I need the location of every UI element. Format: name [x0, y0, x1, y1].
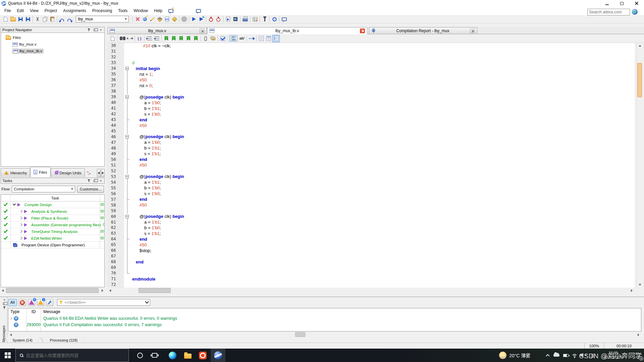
- web-search-input[interactable]: [588, 10, 630, 14]
- scroll-left-icon[interactable]: [8, 332, 14, 338]
- code-line[interactable]: 52: [107, 168, 635, 174]
- code-line[interactable]: 44 #50: [107, 123, 635, 128]
- tab-scroll-left[interactable]: [97, 169, 101, 177]
- code-line[interactable]: 47 a = 1'b0;: [107, 139, 635, 145]
- close-button[interactable]: [629, 0, 644, 7]
- globe-icon[interactable]: [632, 9, 638, 15]
- tree-root-files[interactable]: Files: [1, 34, 104, 41]
- tab-files[interactable]: Files: [30, 167, 50, 177]
- scroll-right-icon[interactable]: [636, 332, 641, 338]
- menu-file[interactable]: File: [1, 7, 14, 14]
- code-line[interactable]: 49 s = 1'b1;: [107, 151, 635, 157]
- new-project-wizard-icon[interactable]: [134, 15, 141, 23]
- copy-icon[interactable]: [41, 15, 49, 23]
- volume-button[interactable]: ×: [579, 349, 588, 362]
- minimize-button[interactable]: [600, 0, 614, 7]
- attach-icon[interactable]: [202, 35, 209, 42]
- code-line[interactable]: 61 a = 1'b1;: [107, 219, 635, 225]
- clock[interactable]: 15:35 2021/10/25: [598, 349, 629, 362]
- fold-collapse-icon[interactable]: [125, 95, 129, 99]
- close-panel-icon[interactable]: ×: [2, 298, 7, 302]
- start-compilation-icon[interactable]: [190, 15, 198, 23]
- code-line[interactable]: 65 #50: [107, 242, 635, 248]
- chip-planner-icon[interactable]: [241, 15, 249, 23]
- code-line[interactable]: 36 #50: [107, 77, 635, 83]
- code-line[interactable]: 59: [107, 208, 635, 214]
- quartus-taskbar-button[interactable]: [211, 349, 225, 362]
- fold-collapse-icon[interactable]: [125, 215, 129, 218]
- message-search-box[interactable]: [57, 299, 150, 306]
- filter-all-button[interactable]: All: [8, 299, 17, 306]
- file-options-icon[interactable]: [109, 35, 116, 42]
- messages-tab-1[interactable]: System (14): [5, 338, 40, 343]
- paste-icon[interactable]: [49, 15, 56, 23]
- file-item[interactable]: lby_mux_tb.v: [1, 48, 104, 54]
- menu-tools[interactable]: Tools: [115, 7, 130, 14]
- signaltap-icon[interactable]: [261, 15, 268, 23]
- float-icon[interactable]: [93, 179, 97, 183]
- browser-button[interactable]: [196, 349, 209, 362]
- code-line[interactable]: 66 $stop;: [107, 248, 635, 253]
- fold-toggle[interactable]: [124, 174, 131, 179]
- messages-window-icon[interactable]: [280, 15, 288, 23]
- chevron-collapsed-icon[interactable]: [19, 230, 23, 233]
- code-line[interactable]: 32: [107, 54, 635, 60]
- taskbar-search-input[interactable]: [26, 353, 120, 358]
- chevron-expanded-icon[interactable]: [13, 203, 16, 206]
- battery-button[interactable]: [561, 349, 570, 362]
- filter-errors-button[interactable]: [19, 299, 26, 306]
- line-counter-icon[interactable]: 267268: [229, 35, 238, 42]
- tab-close-icon[interactable]: [200, 28, 205, 33]
- undo-icon[interactable]: [58, 15, 66, 23]
- task-row[interactable]: TimeQuest Timing Analysis00: [1, 228, 104, 235]
- code-line[interactable]: 42 s = 1'b0;: [107, 111, 635, 117]
- editor-vscrollbar[interactable]: [637, 43, 642, 288]
- code-line[interactable]: 40 a = 1'b0;: [107, 100, 635, 106]
- message-row[interactable]: i293000Quartus II Full Compilation was s…: [8, 321, 641, 328]
- menu-view[interactable]: View: [27, 7, 42, 14]
- menu-window[interactable]: Window: [130, 7, 151, 14]
- find-icon[interactable]: [119, 35, 126, 42]
- edge-button[interactable]: [166, 349, 179, 362]
- ime-button[interactable]: 英: [588, 349, 597, 362]
- task-row[interactable]: Compile Design00: [1, 201, 104, 208]
- tab-close-icon[interactable]: [360, 28, 365, 33]
- editor-tab-2[interactable]: lby_mux_tb.v: [207, 27, 367, 34]
- open-file-icon[interactable]: [9, 15, 17, 23]
- code-editor[interactable]: 30 #10 clk = ~clk;313233//34 initial beg…: [107, 43, 635, 288]
- save-all-icon[interactable]: [24, 15, 32, 23]
- outline-split-icon[interactable]: [265, 35, 272, 42]
- editor-tab-1[interactable]: lby_mux.v: [107, 27, 207, 34]
- filter-warnings-button[interactable]: 1: [37, 299, 44, 306]
- tray-expand-button[interactable]: [544, 349, 551, 362]
- chevron-down-icon[interactable]: [145, 300, 149, 303]
- close-panel-icon[interactable]: ×: [99, 179, 103, 183]
- bookmark-prev-icon[interactable]: [177, 35, 185, 42]
- pin-planner-icon[interactable]: [141, 15, 149, 23]
- redo-icon[interactable]: [66, 15, 73, 23]
- netlist-viewer-icon[interactable]: [251, 15, 259, 23]
- onedrive-button[interactable]: [552, 349, 561, 362]
- file-explorer-button[interactable]: [181, 349, 195, 362]
- dock-hscrollbar[interactable]: [0, 288, 105, 293]
- fold-collapse-icon[interactable]: [125, 175, 129, 178]
- tab-close-icon[interactable]: [470, 28, 475, 33]
- help-system-icon[interactable]: [271, 15, 278, 23]
- menu-processing[interactable]: Processing: [89, 7, 115, 14]
- message-search-input[interactable]: [65, 300, 144, 304]
- cortana-button[interactable]: [134, 349, 146, 362]
- task-row[interactable]: Program Device (Open Programmer): [1, 242, 104, 248]
- action-center-button[interactable]: 4: [629, 349, 644, 362]
- code-line[interactable]: 45: [107, 128, 635, 134]
- code-line[interactable]: 37 rst = 0;: [107, 83, 635, 88]
- timequest-report-icon[interactable]: [215, 15, 222, 23]
- code-line[interactable]: 33//: [107, 60, 635, 66]
- close-panel-icon[interactable]: ×: [99, 28, 103, 32]
- outline-list-icon[interactable]: [272, 35, 280, 42]
- code-line[interactable]: 39 @(posedge clk) begin: [107, 94, 635, 100]
- stop-processing-icon[interactable]: [180, 15, 188, 23]
- code-line[interactable]: 62 b = 1'b0;: [107, 225, 635, 231]
- fold-collapse-icon[interactable]: [125, 135, 129, 138]
- timequest-icon[interactable]: [207, 15, 215, 23]
- outdent-icon[interactable]: [153, 35, 160, 42]
